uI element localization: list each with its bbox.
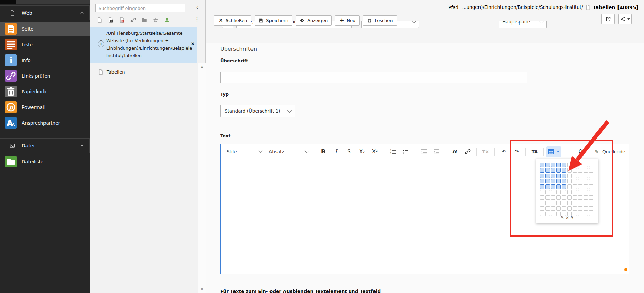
grid-cell-4x7[interactable] xyxy=(573,179,577,183)
tree-search-input[interactable] xyxy=(95,4,185,12)
grid-cell-4x5[interactable] xyxy=(562,179,566,183)
grid-cell-3x9[interactable] xyxy=(584,174,588,178)
grid-cell-2x6[interactable] xyxy=(567,168,572,173)
grid-cell-4x2[interactable] xyxy=(545,179,550,183)
grid-cell-6x8[interactable] xyxy=(578,190,582,194)
numbered-list-button[interactable]: 12 xyxy=(387,146,399,157)
grid-cell-8x3[interactable] xyxy=(551,201,555,205)
scroll-down-button[interactable]: ▼ xyxy=(198,287,206,292)
bulleted-list-button[interactable] xyxy=(400,146,412,157)
grid-cell-5x8[interactable] xyxy=(578,184,582,189)
heading-input[interactable] xyxy=(220,72,527,83)
grid-cell-8x7[interactable] xyxy=(573,201,577,205)
subscript-button[interactable]: X₂ xyxy=(356,146,368,157)
grid-cell-5x2[interactable] xyxy=(545,184,550,189)
grid-cell-3x8[interactable] xyxy=(578,174,582,178)
tree-more-menu-button[interactable]: ⋮ xyxy=(194,16,200,23)
sidebar-item-ansprechpartner[interactable]: AAnsprechpartner xyxy=(0,116,90,130)
grid-cell-8x9[interactable] xyxy=(584,201,588,205)
bold-button[interactable]: B xyxy=(317,146,329,157)
grid-cell-8x10[interactable] xyxy=(589,201,593,205)
grid-cell-9x10[interactable] xyxy=(589,206,593,211)
insert-table-button[interactable] xyxy=(546,146,561,157)
remove-format-button[interactable]: T× xyxy=(480,146,492,157)
grid-cell-5x7[interactable] xyxy=(573,184,577,189)
superscript-button[interactable]: X² xyxy=(369,146,381,157)
grid-cell-6x3[interactable] xyxy=(551,190,555,194)
grid-cell-4x10[interactable] xyxy=(589,179,593,183)
grid-cell-3x2[interactable] xyxy=(545,174,550,178)
grid-cell-7x3[interactable] xyxy=(551,195,555,200)
grid-cell-2x3[interactable] xyxy=(551,168,555,173)
grid-cell-1x6[interactable] xyxy=(567,163,572,167)
grid-cell-1x7[interactable] xyxy=(573,163,577,167)
grid-cell-8x8[interactable] xyxy=(578,201,582,205)
grid-cell-1x3[interactable] xyxy=(551,163,555,167)
grid-cell-6x7[interactable] xyxy=(573,190,577,194)
grid-cell-4x6[interactable] xyxy=(567,179,572,183)
grid-cell-1x8[interactable] xyxy=(578,163,582,167)
grid-cell-9x7[interactable] xyxy=(573,206,577,211)
grid-cell-8x5[interactable] xyxy=(562,201,566,205)
sidebar-item-dateiliste[interactable]: Dateiliste xyxy=(0,154,90,169)
link-button[interactable] xyxy=(462,146,474,157)
grid-cell-1x1[interactable] xyxy=(540,163,544,167)
grid-cell-2x2[interactable] xyxy=(545,168,550,173)
grid-cell-7x9[interactable] xyxy=(584,195,588,200)
grid-cell-3x1[interactable] xyxy=(540,174,544,178)
grid-cell-8x4[interactable] xyxy=(556,201,561,205)
grid-cell-6x6[interactable] xyxy=(567,190,572,194)
grid-cell-7x1[interactable] xyxy=(540,195,544,200)
grid-cell-6x9[interactable] xyxy=(584,190,588,194)
new-page-icon[interactable] xyxy=(97,17,103,23)
sidebar-item-liste[interactable]: Liste xyxy=(0,37,90,52)
grid-cell-3x4[interactable] xyxy=(556,174,561,178)
sidebar-item-powermail[interactable]: pPowermail xyxy=(0,100,90,114)
sidebar-item-papierkorb[interactable]: Papierkorb xyxy=(0,84,90,99)
blockquote-button[interactable]: “ xyxy=(449,146,461,157)
grid-cell-6x10[interactable] xyxy=(589,190,593,194)
grid-cell-9x6[interactable] xyxy=(567,206,572,211)
grid-cell-1x5[interactable] xyxy=(562,163,566,167)
grid-cell-1x2[interactable] xyxy=(545,163,550,167)
grid-cell-7x2[interactable] xyxy=(545,195,550,200)
grid-cell-2x10[interactable] xyxy=(589,168,593,173)
column-select[interactable]: Hauptspalte xyxy=(499,21,547,28)
horizontal-line-button[interactable]: — xyxy=(562,146,574,157)
close-button[interactable]: ×Schließen xyxy=(214,15,251,26)
undo-button[interactable]: ↶ xyxy=(498,146,510,157)
grid-cell-9x9[interactable] xyxy=(584,206,588,211)
grid-cell-3x3[interactable] xyxy=(551,174,555,178)
link-icon[interactable] xyxy=(130,17,136,23)
grid-cell-3x10[interactable] xyxy=(589,174,593,178)
path-link[interactable]: ...ungen)/Einrichtungen/Beispiele/Schulu… xyxy=(462,4,583,10)
grid-cell-4x8[interactable] xyxy=(578,179,582,183)
type-select[interactable]: Standard (Überschrift 1) xyxy=(220,105,295,117)
folder-icon[interactable] xyxy=(141,17,147,23)
special-character-button[interactable]: Ω xyxy=(575,146,587,157)
grid-cell-1x4[interactable] xyxy=(556,163,561,167)
grid-cell-2x7[interactable] xyxy=(573,168,577,173)
sidebar-item-seite[interactable]: Seite xyxy=(0,22,90,36)
grid-cell-8x1[interactable] xyxy=(540,201,544,205)
save-button[interactable]: Speichern xyxy=(255,15,292,26)
text-alternative-button[interactable]: TA xyxy=(528,146,541,157)
grid-cell-9x8[interactable] xyxy=(578,206,582,211)
grid-cell-7x6[interactable] xyxy=(567,195,572,200)
page-recycler-icon[interactable] xyxy=(119,17,125,23)
module-group-datei[interactable]: Datei xyxy=(0,138,90,153)
scroll-up-button[interactable]: ▲ xyxy=(198,64,206,69)
tree-item-tabellen[interactable]: Tabellen xyxy=(90,67,197,77)
grid-cell-1x9[interactable] xyxy=(584,163,588,167)
education-icon[interactable] xyxy=(153,17,159,23)
grid-cell-5x1[interactable] xyxy=(540,184,544,189)
grid-cell-2x5[interactable] xyxy=(562,168,566,173)
grid-cell-5x6[interactable] xyxy=(567,184,572,189)
grid-cell-5x5[interactable] xyxy=(562,184,566,189)
grid-cell-4x3[interactable] xyxy=(551,179,555,183)
grid-cell-7x7[interactable] xyxy=(573,195,577,200)
view-button[interactable]: Anzeigen xyxy=(296,15,332,26)
grid-cell-8x2[interactable] xyxy=(545,201,550,205)
grid-cell-9x5[interactable] xyxy=(562,206,566,211)
grid-cell-6x5[interactable] xyxy=(562,190,566,194)
